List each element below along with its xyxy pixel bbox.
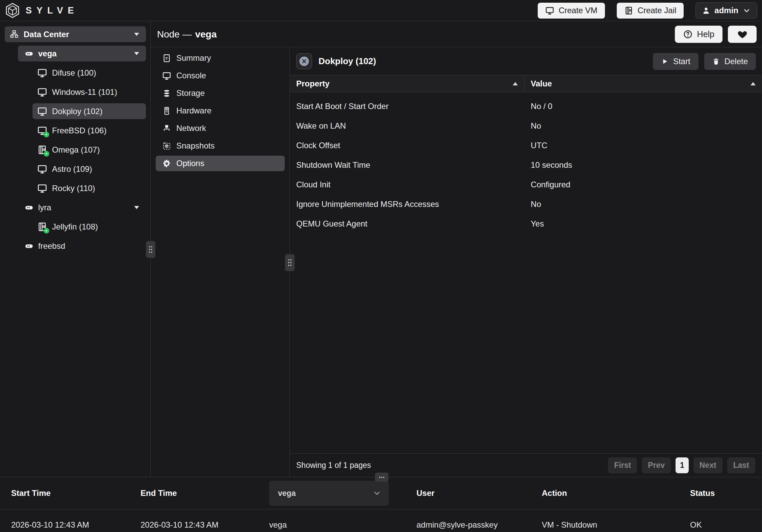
audit-log-row[interactable]: 2026-03-10 12:43 AM 2026-03-10 12:43 AM … <box>0 509 762 532</box>
sylve-logo-icon <box>5 2 20 19</box>
heart-icon <box>737 29 747 39</box>
gear-icon <box>162 159 171 168</box>
sidebar-item-windows11[interactable]: Windows-11 (101) <box>32 84 146 100</box>
sidebar-resize-handle[interactable] <box>146 241 155 258</box>
snapshot-icon <box>162 141 171 151</box>
brand: SYLVE <box>5 2 79 19</box>
sponsor-button[interactable] <box>728 26 757 43</box>
nav-resize-handle[interactable] <box>285 254 295 271</box>
column-header-value[interactable]: Value <box>525 75 762 92</box>
sidebar-item-dokploy[interactable]: Dokploy (102) <box>32 103 146 119</box>
ellipsis-icon <box>378 476 385 479</box>
topbar: SYLVE Create VM Create Jail admin <box>0 0 762 21</box>
create-jail-button[interactable]: Create Jail <box>617 3 684 19</box>
pagination-summary: Showing 1 of 1 pages <box>296 461 371 470</box>
tab-summary[interactable]: Summary <box>156 50 285 66</box>
grip-icon <box>287 258 293 267</box>
running-badge-icon <box>44 132 49 137</box>
table-row[interactable]: Cloud Init Configured <box>290 175 762 194</box>
document-icon <box>162 54 171 63</box>
caret-down-icon[interactable] <box>133 50 141 57</box>
column-header-end-time: End Time <box>141 488 269 498</box>
sort-asc-icon <box>512 82 518 86</box>
caret-down-icon[interactable] <box>133 204 141 211</box>
column-header-start-time: Start Time <box>11 488 141 498</box>
start-button[interactable]: Start <box>653 53 698 70</box>
current-page-button[interactable]: 1 <box>676 457 689 473</box>
pagination-buttons: First Prev 1 Next Last <box>608 457 755 473</box>
options-table-body: Start At Boot / Start Order No / 0 Wake … <box>290 92 762 234</box>
vm-icon <box>37 106 47 116</box>
tab-storage[interactable]: Storage <box>156 85 285 101</box>
user-menu-button[interactable]: admin <box>695 2 757 19</box>
sidebar-item-jellyfin[interactable]: Jellyfin (108) <box>32 219 146 235</box>
vm-icon <box>37 87 47 97</box>
table-row[interactable]: Ignore Unimplemented MSRs Accesses No <box>290 194 762 214</box>
tab-hardware[interactable]: Hardware <box>156 103 285 118</box>
sidebar-item-datacenter[interactable]: Data Center <box>5 26 146 42</box>
vm-icon <box>37 164 47 174</box>
band-actions: Help <box>675 26 757 43</box>
app-root: SYLVE Create VM Create Jail admin Data C… <box>0 0 762 532</box>
sidebar-item-freebsd-vm[interactable]: FreeBSD (106) <box>32 123 146 138</box>
vm-section-nav: Summary Console Storage Hardware Network… <box>151 48 290 477</box>
tab-snapshots[interactable]: Snapshots <box>156 138 285 154</box>
running-badge-icon <box>44 228 49 234</box>
table-row[interactable]: Start At Boot / Start Order No / 0 <box>290 97 762 116</box>
audit-log-panel: Start Time End Time vega User Action Sta… <box>0 477 762 532</box>
sidebar-item-freebsd-node[interactable]: freebsd <box>18 238 146 254</box>
grip-icon <box>148 245 153 254</box>
sidebar-item-lyra[interactable]: lyra <box>18 200 146 215</box>
node-header-band: Node —vega Help <box>151 22 762 47</box>
monitor-icon <box>162 71 171 80</box>
chevron-down-icon <box>742 6 751 15</box>
help-button[interactable]: Help <box>675 26 722 43</box>
node-icon <box>25 242 33 250</box>
table-row[interactable]: Clock Offset UTC <box>290 136 762 155</box>
vm-icon <box>37 183 47 193</box>
sidebar-item-astro[interactable]: Astro (109) <box>32 161 146 177</box>
sort-asc-icon <box>750 82 756 86</box>
chevron-down-icon <box>373 489 381 498</box>
prev-page-button[interactable]: Prev <box>642 457 671 473</box>
network-icon <box>162 124 171 133</box>
bottom-panel-resize-handle[interactable] <box>375 473 388 482</box>
column-header-action: Action <box>542 488 690 498</box>
page-title: Node —vega <box>157 29 217 40</box>
column-header-user: User <box>416 488 542 498</box>
topbar-actions: Create VM Create Jail admin <box>538 2 757 19</box>
node-filter-select[interactable]: vega <box>269 481 389 506</box>
create-vm-button[interactable]: Create VM <box>538 3 605 19</box>
question-icon <box>683 29 693 39</box>
vm-icon <box>37 68 47 78</box>
sidebar-item-vega[interactable]: vega <box>18 46 146 61</box>
table-row[interactable]: Wake on LAN No <box>290 116 762 136</box>
tab-console[interactable]: Console <box>156 68 285 83</box>
node-icon <box>25 49 33 58</box>
sidebar-item-difuse[interactable]: Difuse (100) <box>32 65 146 81</box>
column-header-status: Status <box>690 488 762 498</box>
table-row[interactable]: QEMU Guest Agent Yes <box>290 214 762 234</box>
options-table-header: Property Value <box>290 75 762 92</box>
running-badge-icon <box>44 151 49 157</box>
caret-down-icon[interactable] <box>133 30 141 38</box>
vm-status-stopped-icon <box>296 53 312 69</box>
first-page-button[interactable]: First <box>608 457 637 473</box>
next-page-button[interactable]: Next <box>693 457 722 473</box>
trash-icon <box>712 58 720 65</box>
sidebar-item-omega[interactable]: Omega (107) <box>32 142 146 158</box>
vm-detail-header: Dokploy (102) Start Delete <box>290 48 762 75</box>
user-icon <box>702 6 710 15</box>
vm-actions: Start Delete <box>653 53 756 70</box>
delete-button[interactable]: Delete <box>704 53 756 70</box>
table-row[interactable]: Shutdown Wait Time 10 seconds <box>290 155 762 175</box>
pagination-bar: Showing 1 of 1 pages First Prev 1 Next L… <box>290 453 762 477</box>
tab-network[interactable]: Network <box>156 121 285 136</box>
jail-icon <box>624 6 633 15</box>
datacenter-icon <box>9 30 19 39</box>
sidebar-item-rocky[interactable]: Rocky (110) <box>32 180 146 196</box>
column-header-property[interactable]: Property <box>290 75 525 92</box>
tab-options[interactable]: Options <box>156 156 285 171</box>
last-page-button[interactable]: Last <box>727 457 755 473</box>
sidebar: Data Center vega Difuse (100) Windows-11… <box>0 22 151 477</box>
